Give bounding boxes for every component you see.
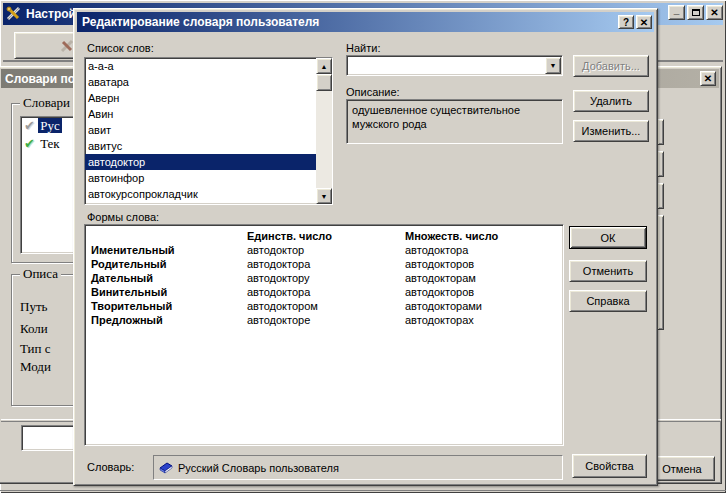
description-line2: мужского рода <box>352 117 557 131</box>
singular-form: автодоктор <box>245 243 403 257</box>
green-check-icon: ✔ <box>24 136 35 151</box>
help-button[interactable]: Справка <box>569 290 647 312</box>
modified-label: Моди <box>20 359 51 375</box>
word-list-item[interactable]: автоинфор <box>85 170 316 186</box>
add-button[interactable]: Добавить... <box>573 55 649 77</box>
minimize-button[interactable]: _ <box>668 5 685 20</box>
change-button[interactable]: Изменить... <box>573 120 649 142</box>
forms-table-row: Именительный автодоктор автодоктора <box>89 243 500 257</box>
forms-table-row: Творительный автодоктором автодокторами <box>89 299 500 313</box>
forms-table-header: Единств. число Множеств. число <box>89 229 500 243</box>
forms-box: Единств. число Множеств. число Именитель… <box>84 224 564 446</box>
word-list-item[interactable]: Аверн <box>85 90 316 106</box>
minimize-icon: _ <box>674 4 680 15</box>
close-icon: ✕ <box>710 7 718 18</box>
singular-column-header: Единств. число <box>245 229 403 243</box>
singular-form: автодоктором <box>245 299 403 313</box>
scroll-down-button[interactable]: ▼ <box>316 188 332 204</box>
word-list-item[interactable]: авит <box>85 122 316 138</box>
find-combobox[interactable]: ▼ <box>346 55 563 76</box>
ok-button-label: ОК <box>601 232 616 244</box>
forms-table: Единств. число Множеств. число Именитель… <box>89 229 500 327</box>
forms-table-row: Предложный автодокторе автодокторах <box>89 313 500 327</box>
plural-form: автодокторов <box>403 257 500 271</box>
description-group-label: Описа <box>20 266 61 282</box>
description-line1: одушевленное существительное <box>352 103 557 117</box>
dialog-titlebar[interactable]: Редактирование словаря пользователя <box>77 12 654 32</box>
cancel-button[interactable]: Отменить <box>569 260 647 282</box>
help-icon: ? <box>623 17 629 28</box>
scroll-up-button[interactable]: ▲ <box>316 58 332 74</box>
properties-button[interactable]: Свойства <box>572 454 647 478</box>
word-list-item[interactable]: авитус <box>85 138 316 154</box>
find-dropdown-button[interactable]: ▼ <box>545 57 561 74</box>
singular-form: автодоктора <box>245 285 403 299</box>
add-button-label: Добавить... <box>582 60 640 72</box>
word-list-item[interactable]: автоответчик <box>85 202 316 204</box>
forms-label: Формы слова: <box>87 211 159 223</box>
close-icon: ✕ <box>704 73 712 84</box>
word-list-item[interactable]: автокурсопрокладчик <box>85 186 316 202</box>
ok-button[interactable]: ОК <box>569 226 647 249</box>
hidden-button-sliver <box>657 119 664 145</box>
word-list-scrollbar[interactable]: ▲ ▼ <box>316 58 332 204</box>
delete-button-label: Удалить <box>590 95 632 107</box>
word-list-item[interactable]: а-а-а <box>85 58 316 74</box>
plural-column-header: Множеств. число <box>403 229 500 243</box>
screen: Настройк _ ✕ Словари пол ✕ Словари <box>0 0 726 493</box>
case-name: Именительный <box>89 243 245 257</box>
background-cancel-label: Отмена <box>662 463 701 475</box>
dictionaries-close-button[interactable]: ✕ <box>700 71 716 86</box>
close-icon: ✕ <box>640 17 648 28</box>
window-bottom-edge <box>0 490 726 491</box>
main-close-button[interactable]: ✕ <box>706 5 723 20</box>
app-tools-icon <box>6 6 22 22</box>
singular-form: автодоктору <box>245 271 403 285</box>
dialog-title: Редактирование словаря пользователя <box>82 15 319 29</box>
scrollbar-thumb[interactable] <box>316 74 332 91</box>
plural-form: автодокторам <box>403 271 500 285</box>
plural-form: автодокторов <box>403 285 500 299</box>
dialog-help-button[interactable]: ? <box>618 15 634 29</box>
plural-form: автодокторах <box>403 313 500 327</box>
count-label: Коли <box>20 321 48 337</box>
singular-form: автодоктора <box>245 257 403 271</box>
word-list-item[interactable]: автодоктор <box>85 154 316 170</box>
type-label: Тип с <box>20 341 51 357</box>
case-name: Винительный <box>89 285 245 299</box>
description-box: одушевленное существительное мужского ро… <box>346 99 563 144</box>
case-name: Дательный <box>89 271 245 285</box>
case-name: Родительный <box>89 257 245 271</box>
toolbar-settings-button[interactable] <box>14 32 80 59</box>
word-list[interactable]: а-а-а аватара Аверн Авин авит авитус авт… <box>84 57 333 205</box>
forms-table-row: Дательный автодоктору автодокторам <box>89 271 500 285</box>
dictionary-value: Русский Словарь пользователя <box>178 462 339 474</box>
plural-form: автодокторами <box>403 299 500 313</box>
properties-button-label: Свойства <box>585 460 633 472</box>
hidden-button-sliver <box>657 183 664 209</box>
background-cancel-button[interactable]: Отмена <box>649 456 715 481</box>
case-name: Творительный <box>89 299 245 313</box>
dictionary-item-label[interactable]: Рус <box>38 118 62 133</box>
gray-check-icon: ✔ <box>24 118 35 133</box>
scroll-down-icon: ▼ <box>321 193 328 200</box>
maximize-button[interactable] <box>687 5 704 20</box>
plural-form: автодоктора <box>403 243 500 257</box>
edit-dictionary-dialog: Редактирование словаря пользователя ? ✕ … <box>73 8 658 486</box>
help-button-label: Справка <box>586 295 629 307</box>
scroll-up-icon: ▲ <box>321 63 328 70</box>
blue-book-icon <box>158 461 174 475</box>
dictionaries-dialog-title: Словари пол <box>5 72 82 86</box>
word-list-item[interactable]: аватара <box>85 74 316 90</box>
hidden-button-sliver <box>657 151 664 177</box>
find-label: Найти: <box>346 42 380 54</box>
path-label: Путь <box>20 299 48 315</box>
delete-button[interactable]: Удалить <box>573 90 649 112</box>
word-list-item[interactable]: Авин <box>85 106 316 122</box>
case-name: Предложный <box>89 313 245 327</box>
dialog-close-button[interactable]: ✕ <box>636 15 652 29</box>
dictionary-item-label[interactable]: Тек <box>38 136 62 151</box>
forms-table-row: Родительный автодоктора автодокторов <box>89 257 500 271</box>
maximize-icon <box>692 9 700 16</box>
hidden-button-sliver <box>657 215 664 330</box>
